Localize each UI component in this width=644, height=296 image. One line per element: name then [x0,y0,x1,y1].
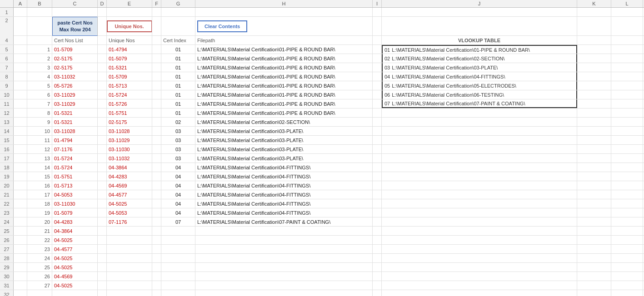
cell-c18: 01-5724 [52,163,98,172]
cell-k26 [577,236,611,244]
cell-b29: 25 [27,263,52,271]
cell-l9 [611,81,643,90]
cell-f20 [152,181,161,190]
cell-a29 [14,263,27,271]
cell-f2 [152,17,161,36]
cell-e21: 04-4577 [107,190,152,199]
col-header-k: K [577,0,611,7]
cell-c14: 03-11028 [52,127,98,135]
cell-b16: 12 [27,145,52,153]
rownum-14: 14 [0,127,14,135]
cell-d31 [98,281,107,290]
cell-d30 [98,272,107,281]
spreadsheet: A B C D E F G H I J K L 1 [0,0,644,296]
header-cert-nos: Cert Nos List [52,36,98,44]
cell-b19: 15 [27,172,52,181]
rownum-25: 25 [0,227,14,235]
cell-d1 [98,8,107,16]
cell-j21 [382,190,577,199]
cell-k9 [577,81,611,90]
cell-h28 [195,254,373,262]
cell-c21: 04-5053 [52,190,98,199]
cell-c19: 01-5751 [52,172,98,181]
cell-e12: 01-5751 [107,109,152,117]
cell-i23 [373,208,382,217]
cell-a24 [14,217,27,226]
cell-l15 [611,136,643,144]
cell-h20: L:\MATERIALS\Material Certification\04-F… [195,181,373,190]
rownum-22: 22 [0,199,14,208]
cell-b30: 26 [27,272,52,281]
rownum-8: 8 [0,72,14,81]
cell-j14 [382,127,577,135]
rownum-7: 7 [0,63,14,72]
cell-e22: 04-5025 [107,199,152,208]
cell-g15: 03 [161,136,195,144]
row-22: 22 18 03-11030 04-5025 04 L:\MATERIALS\M… [0,199,644,208]
cell-d21 [98,190,107,199]
cell-g18: 04 [161,163,195,172]
cell-h22: L:\MATERIALS\Material Certification\04-F… [195,199,373,208]
cell-c12: 01-5321 [52,109,98,117]
col-header-h: H [195,0,373,7]
cell-i16 [373,145,382,153]
cell-j26 [382,236,577,244]
rownum-30: 30 [0,272,14,281]
cell-i9 [373,81,382,90]
cell-k16 [577,145,611,153]
cell-a25 [14,227,27,235]
cell-f27 [152,245,161,253]
cell-k5 [577,45,611,54]
cell-i24 [373,217,382,226]
cell-b26: 22 [27,236,52,244]
unique-nos-button[interactable]: Unique Nos. [107,20,152,32]
cell-b31: 27 [27,281,52,290]
cell-e14: 03-11028 [107,127,152,135]
col-header-b: B [27,0,52,7]
rownum-17: 17 [0,154,14,163]
cell-f8 [152,72,161,81]
cell-g10: 01 [161,90,195,99]
cell-c25: 04-3864 [52,227,98,235]
cell-c7: 02-5175 [52,63,98,72]
cell-l27 [611,245,643,253]
cell-b9: 5 [27,81,52,90]
cell-f23 [152,208,161,217]
cell-c23: 01-5079 [52,208,98,217]
cell-k11 [577,99,611,108]
row-13: 13 9 01-5321 02-5175 02 L:\MATERIALS\Mat… [0,118,644,127]
cell-i4 [373,36,382,44]
cell-j2 [382,17,577,36]
rownum-2: 2 [0,17,14,36]
cell-c17: 01-5724 [52,154,98,163]
cell-d7 [98,63,107,72]
cell-b23: 19 [27,208,52,217]
cell-a4 [14,36,27,44]
cell-k10 [577,90,611,99]
cell-h21: L:\MATERIALS\Material Certification\04-F… [195,190,373,199]
cell-j20 [382,181,577,190]
cell-i17 [373,154,382,163]
cell-l10 [611,90,643,99]
cell-g7: 01 [161,63,195,72]
row-15: 15 11 01-4794 03-11029 03 L:\MATERIALS\M… [0,136,644,145]
cell-j16 [382,145,577,153]
cell-j1 [382,8,577,16]
cell-k21 [577,190,611,199]
cell-b18: 14 [27,163,52,172]
cell-j10: 06L:\MATERIALS\Material Certification\06… [382,90,577,99]
cell-j25 [382,227,577,235]
row-9: 9 5 05-5726 01-5713 01 L:\MATERIALS\Mate… [0,81,644,90]
header-cert-index: Cert Index [161,36,195,44]
cell-e18: 04-3864 [107,163,152,172]
paste-cert-nos-button[interactable]: paste Cert Nos Max Row 204 [52,18,98,35]
clear-contents-button[interactable]: Clear Contents [197,20,247,32]
cell-j11: 07L:\MATERIALS\Material Certification\07… [382,99,577,108]
cell-c15: 01-4794 [52,136,98,144]
cell-a1 [14,8,27,16]
cell-i20 [373,181,382,190]
cell-b6: 2 [27,54,52,63]
row-7: 7 3 02-5175 01-5321 01 L:\MATERIALS\Mate… [0,63,644,72]
cell-a11 [14,99,27,108]
cell-i31 [373,281,382,290]
